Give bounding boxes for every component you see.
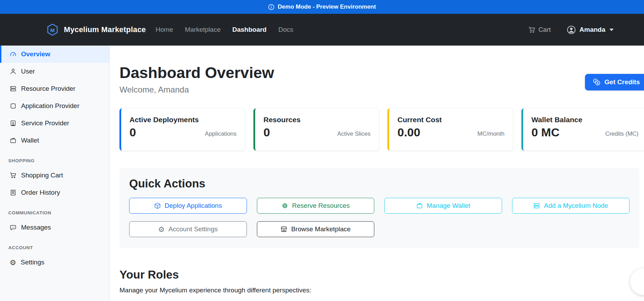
quick-actions-panel: Quick Actions Deploy Applications (119, 168, 639, 248)
add-mycelium-node-button[interactable]: Add a Mycelium Node (512, 198, 630, 214)
stat-unit: Applications (205, 130, 237, 139)
sidebar-item-label: Overview (21, 50, 50, 58)
sidebar-item-messages[interactable]: Messages (0, 219, 109, 236)
nav-links: Home Marketplace Dashboard Docs (156, 26, 294, 33)
chat-dots-icon (10, 224, 17, 231)
sidebar-item-resource-provider[interactable]: Resource Provider (0, 80, 109, 97)
get-credits-button[interactable]: $ Get Credits (585, 74, 644, 90)
nav-link-docs[interactable]: Docs (278, 26, 293, 33)
sidebar-item-service-provider[interactable]: Service Provider (0, 115, 109, 132)
person-icon (10, 68, 17, 75)
gear-icon: ⚙ (10, 259, 16, 266)
nav-link-dashboard[interactable]: Dashboard (232, 26, 267, 33)
page-shell: Overview User Resource Provider (0, 46, 644, 301)
stat-value: 0 (263, 126, 270, 139)
stat-unit: Active Slices (337, 130, 371, 139)
stat-title: Active Deployments (129, 116, 237, 124)
app-window-icon (10, 103, 17, 109)
main-content: $ Get Credits Dashboard Overview Welcome… (109, 46, 644, 301)
sidebar-item-label: Wallet (21, 137, 39, 144)
sidebar-item-application-provider[interactable]: Application Provider (0, 97, 109, 115)
sidebar-item-label: Messages (21, 224, 51, 231)
server-stack-icon (10, 85, 17, 92)
stat-card-wallet-balance: Wallet Balance 0 MC Credits (MC) (521, 108, 644, 150)
shop-icon (280, 226, 287, 233)
roles-title: Your Roles (119, 268, 644, 281)
nav-link-home[interactable]: Home (156, 26, 173, 33)
stat-title: Wallet Balance (531, 116, 638, 124)
sidebar-item-wallet[interactable]: Wallet (0, 132, 109, 149)
sidebar-item-overview[interactable]: Overview (0, 46, 109, 63)
sidebar-item-label: Settings (21, 259, 45, 266)
sidebar-section-communication: COMMUNICATION (8, 210, 109, 215)
button-label: Add a Mycelium Node (544, 202, 608, 210)
button-label: Browse Marketplace (291, 225, 350, 233)
stat-title: Resources (263, 116, 371, 124)
sidebar: Overview User Resource Provider (0, 46, 109, 301)
cart-label: Cart (538, 26, 551, 33)
person-badge-icon (10, 120, 17, 127)
receipt-icon (10, 189, 17, 196)
button-label: Deploy Applications (165, 202, 222, 210)
user-menu[interactable]: Amanda (567, 25, 614, 35)
sidebar-item-settings[interactable]: ⚙ Settings (0, 254, 109, 271)
sidebar-item-shopping-cart[interactable]: Shopping Cart (0, 167, 109, 184)
sidebar-section-account: ACCOUNT (8, 245, 109, 250)
svg-text:$: $ (597, 81, 599, 85)
sidebar-item-label: User (21, 68, 35, 75)
server-stack-icon (533, 202, 540, 209)
sidebar-item-label: Order History (21, 189, 60, 196)
brand-logo[interactable]: M Mycelium Marketplace (46, 23, 146, 36)
manage-wallet-button[interactable]: Manage Wallet (384, 198, 502, 214)
get-credits-label: Get Credits (605, 78, 640, 86)
coins-icon: $ (593, 78, 601, 86)
button-label: Manage Wallet (427, 202, 470, 210)
stat-value: 0 MC (531, 126, 559, 139)
info-icon (268, 4, 275, 10)
box-icon (154, 202, 161, 209)
svg-text:M: M (50, 27, 55, 33)
banner-text: Demo Mode - Preview Environment (278, 3, 376, 10)
button-label: Reserve Resources (292, 202, 350, 210)
stat-card-resources: Resources 0 Active Slices (253, 108, 379, 150)
page-title: Dashboard Overview (119, 64, 644, 82)
roles-subtitle: Manage your Mycelium experience through … (119, 287, 644, 294)
cpu-icon (281, 202, 288, 209)
sidebar-item-label: Service Provider (21, 119, 69, 127)
quick-actions-grid: Deploy Applications Reserve Resources (129, 198, 629, 237)
stat-card-active-deployments: Active Deployments 0 Applications (119, 108, 245, 150)
welcome-text: Welcome, Amanda (119, 85, 644, 95)
wallet-icon (10, 137, 17, 144)
chevron-down-icon (609, 29, 614, 31)
stat-card-current-cost: Current Cost 0.00 MC/month (387, 108, 513, 150)
brand-name: Mycelium Marketplace (64, 25, 146, 34)
sidebar-item-order-history[interactable]: Order History (0, 184, 109, 201)
reserve-resources-button[interactable]: Reserve Resources (257, 198, 375, 214)
nav-link-marketplace[interactable]: Marketplace (185, 26, 221, 33)
gear-icon: ⚙ (158, 226, 165, 233)
top-navbar: M Mycelium Marketplace Home Marketplace … (0, 14, 644, 46)
wallet-icon (416, 202, 423, 209)
deploy-applications-button[interactable]: Deploy Applications (129, 198, 247, 214)
user-name: Amanda (579, 26, 605, 33)
cart-icon (10, 172, 17, 179)
demo-mode-banner: Demo Mode - Preview Environment (0, 0, 644, 14)
stat-unit: Credits (MC) (605, 130, 638, 139)
sidebar-item-user[interactable]: User (0, 63, 109, 80)
navbar-right: Cart Amanda (528, 25, 614, 35)
quick-actions-title: Quick Actions (129, 177, 629, 190)
stat-unit: MC/month (478, 130, 504, 139)
cart-button[interactable]: Cart (528, 26, 551, 33)
stat-cards-row: Active Deployments 0 Applications Resour… (119, 108, 644, 150)
hexagon-logo-icon: M (46, 23, 59, 36)
account-settings-button[interactable]: ⚙ Account Settings (129, 221, 247, 237)
person-circle-icon (567, 25, 576, 35)
cart-icon (528, 26, 536, 33)
sidebar-section-shopping: SHOPPING (8, 158, 109, 163)
button-label: Account Settings (169, 225, 218, 233)
sidebar-item-label: Shopping Cart (21, 172, 63, 179)
browse-marketplace-button[interactable]: Browse Marketplace (257, 221, 375, 237)
speedometer-icon (10, 51, 17, 58)
sidebar-item-label: Resource Provider (21, 85, 75, 93)
stat-title: Current Cost (397, 116, 504, 124)
